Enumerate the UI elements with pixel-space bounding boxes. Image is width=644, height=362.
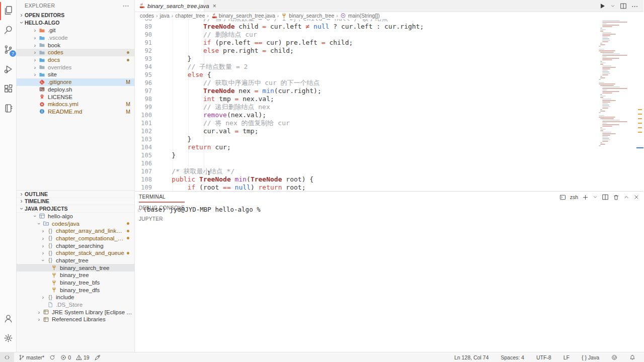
code-text: } [152, 55, 191, 63]
branch-status-item[interactable]: master* [16, 352, 47, 362]
line-number: 88 [135, 19, 152, 23]
status-ln[interactable]: Ln 128, Col 74 [452, 352, 491, 362]
tree-item--vscode[interactable]: ›.vscode [17, 34, 134, 42]
breadcrumb-item[interactable]: codes [140, 13, 154, 19]
activity-bar: 7 [0, 0, 17, 352]
tree-item-license[interactable]: LICENSE [17, 93, 134, 101]
code-text: } [152, 135, 191, 143]
sync-status-item[interactable] [47, 352, 58, 362]
shell-label[interactable]: zsh [570, 194, 578, 200]
breadcrumb-item[interactable]: chapter_tree [175, 13, 205, 19]
search-icon[interactable] [2, 23, 15, 36]
java-tree-item-referenced-libraries[interactable]: ›Referenced Libraries [17, 316, 134, 323]
section-timeline[interactable]: › TIMELINE [17, 198, 134, 206]
terminal-dropdown-icon[interactable] [593, 195, 598, 200]
bell-status-item[interactable] [627, 352, 638, 362]
chevron-right-icon: › [32, 27, 38, 33]
maximize-panel-icon[interactable] [623, 194, 629, 200]
close-panel-icon[interactable] [633, 194, 639, 200]
tab-binary-search-tree-java[interactable]: binary_search_tree.java × [135, 0, 204, 12]
run-button[interactable] [599, 3, 606, 10]
java-tree-item--ds-store[interactable]: .DS_Store [17, 301, 134, 309]
source-control-icon[interactable]: 7 [2, 43, 15, 56]
code-line: 96 // 获取中序遍历中 cur 的下一个结点 [135, 79, 596, 87]
status-utf-8[interactable]: UTF-8 [534, 352, 554, 362]
account-icon[interactable] [2, 312, 15, 325]
status-lf[interactable]: LF [561, 352, 572, 362]
minimap[interactable] [597, 19, 636, 191]
tree-item-overrides[interactable]: ›overrides [17, 63, 134, 71]
run-debug-icon[interactable] [2, 62, 15, 75]
run-dropdown-icon[interactable] [610, 4, 615, 9]
java-tree-item-include[interactable]: ›{ }include [17, 294, 134, 301]
java-tree-item-binary-search-tree[interactable]: binary_search_tree [17, 264, 134, 272]
breadcrumb-item[interactable]: binary_search_tree.java [211, 13, 275, 19]
tree-item-codes[interactable]: ›codes [17, 49, 134, 56]
chevron-down-icon: › [32, 213, 38, 219]
section-hello-algo[interactable]: › HELLO-ALGO [17, 19, 134, 26]
sidebar-explorer: EXPLORER ⋯ › OPEN EDITORS › HELLO-ALGO ›… [17, 0, 135, 352]
tree-item-book[interactable]: ›book [17, 41, 134, 49]
tree-item-mkdocs-yml[interactable]: mkdocs.ymlM [17, 101, 134, 108]
java-tree-item-codes-java[interactable]: ›codes/java [17, 220, 134, 227]
panel-tab-terminal[interactable]: TERMINAL [139, 192, 185, 203]
breadcrumb-item[interactable]: binary_search_tree [281, 13, 334, 19]
tree-item-readme-md[interactable]: README.mdM [17, 108, 134, 116]
java-tree-item-binary-tree-bfs[interactable]: binary_tree_bfs [17, 279, 134, 287]
minimap-line [600, 76, 602, 77]
tree-item--gitignore[interactable]: .gitignoreM [17, 78, 134, 86]
status-{[interactable]: { } Java [579, 352, 602, 362]
java-tree-item-jre-system-library-eclipse-temurin-17-17-[interactable]: ›JRE System Library [Eclipse Temurin 17 … [17, 308, 134, 316]
java-tree-item-chapter-computational-complexity[interactable]: ›{ }chapter_computational_complexity [17, 235, 134, 242]
chevron-right-icon: › [36, 316, 42, 322]
bell-icon [629, 354, 635, 360]
extensions-icon[interactable] [2, 82, 15, 95]
status-spaces[interactable]: Spaces: 4 [498, 352, 527, 362]
project-icon [38, 213, 46, 219]
kill-terminal-icon[interactable] [613, 194, 619, 201]
minimap-line [602, 58, 619, 59]
java-tree-item-chapter-array-and-linkedlist[interactable]: ›{ }chapter_array_and_linkedlist [17, 227, 134, 235]
java-tree-item-chapter-tree[interactable]: ›{ }chapter_tree [17, 257, 134, 264]
rocket-status-item[interactable] [92, 352, 103, 362]
section-open-editors[interactable]: › OPEN EDITORS [17, 11, 134, 19]
section-java-projects[interactable]: › JAVA PROJECTS [17, 205, 134, 213]
breadcrumb-separator: › [277, 13, 280, 19]
java-tree-item-binary-tree[interactable]: binary_tree [17, 272, 134, 279]
tree-item-deploy-sh[interactable]: deploy.sh [17, 86, 134, 94]
tree-item--git[interactable]: ›.git [17, 27, 134, 34]
remote-status-item[interactable] [0, 352, 14, 362]
more-actions-icon[interactable]: ⋯ [123, 2, 129, 10]
java-tree-item-chapter-stack-and-queue[interactable]: ›{ }chapter_stack_and_queue [17, 249, 134, 257]
close-icon[interactable]: × [213, 3, 216, 10]
java-tree-item-hello-algo[interactable]: ›hello-algo [17, 213, 134, 220]
warning-mark [638, 109, 642, 110]
panel-tab-jupyter[interactable]: JUPYTER [139, 214, 185, 225]
split-terminal-icon[interactable] [602, 194, 609, 201]
split-editor-icon[interactable] [620, 3, 627, 10]
breadcrumb-item[interactable]: java [160, 13, 170, 19]
java-tree-item-binary-tree-dfs[interactable]: binary_tree_dfs [17, 286, 134, 294]
code-text: // 子结点数量 = 2 [152, 63, 248, 71]
minimap-line [600, 62, 606, 63]
javacup-icon [211, 13, 217, 19]
tree-item-docs[interactable]: ›docs [17, 56, 134, 64]
error-status-item[interactable]: 0 [58, 352, 73, 362]
section-outline[interactable]: › OUTLINE [17, 191, 134, 198]
feedback-status-item[interactable] [609, 352, 620, 362]
explorer-icon[interactable] [2, 4, 15, 17]
code-editor[interactable]: 88 // 当子结点数量 = 0 / 1 时，child = null / 该子… [135, 19, 643, 191]
java-tree-item-chapter-searching[interactable]: ›{ }chapter_searching [17, 242, 134, 249]
activity-bar-top: 7 [2, 4, 15, 121]
notebook-icon[interactable] [2, 102, 15, 115]
overview-ruler[interactable] [636, 19, 643, 191]
terminal-view[interactable]: ○(base) jyd@JYD-MBP hello-algo % [135, 203, 643, 213]
more-actions-icon[interactable]: ⋯ [631, 2, 638, 11]
new-terminal-button[interactable] [582, 194, 589, 201]
breadcrumb-item[interactable]: main(String[]) [340, 13, 380, 19]
mouse-text-cursor: I [208, 170, 210, 176]
settings-icon[interactable] [2, 331, 15, 344]
tree-item-site[interactable]: ›site [17, 71, 134, 78]
warning-status-item[interactable]: 19 [73, 352, 92, 362]
minimap-line [602, 23, 607, 24]
